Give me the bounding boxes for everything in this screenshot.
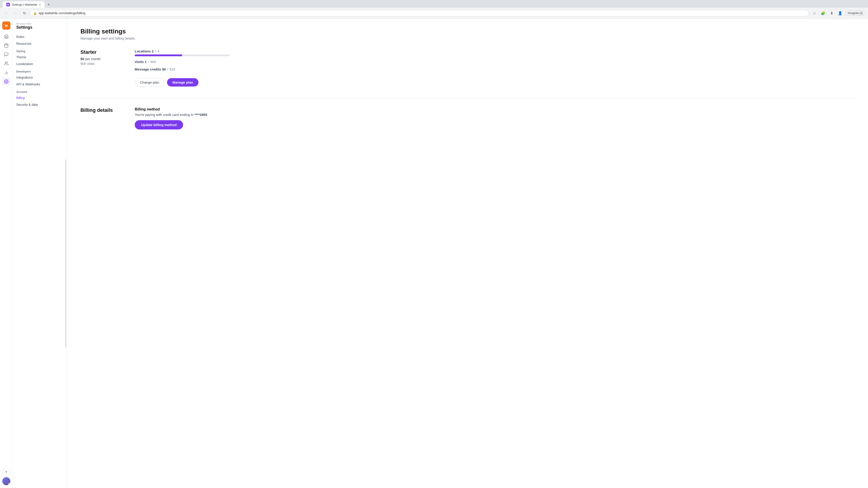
calendar-nav-icon[interactable] <box>2 41 10 50</box>
locations-separator: / <box>155 49 156 53</box>
message-credits-stat: Message credits $0 / $15 <box>135 67 855 71</box>
visits-stat: Visits 1 / 500 <box>135 60 855 64</box>
page-title: Billing settings <box>81 28 855 35</box>
settings-breadcrumb: Moodjoy7434 <box>16 22 32 25</box>
sidebar-item-integrations[interactable]: Integrations <box>13 74 67 81</box>
billing-method-card: ****2893 <box>194 113 207 117</box>
sidebar-section-styling: Styling <box>13 47 67 54</box>
tab-title: Settings | Waitwhile <box>12 3 37 6</box>
locations-total: 4 <box>157 49 159 53</box>
settings-title: Settings <box>16 25 32 30</box>
settings-brand: Moodjoy7434 Settings <box>13 22 67 33</box>
address-bar[interactable]: 🔒 app.waitwhile.com/settings/billing <box>30 10 809 16</box>
locations-progress-track <box>135 55 230 56</box>
locations-stat: Locations 2 / 4 <box>135 49 855 56</box>
app-container: M ? Moodjoy7434 <box>0 19 868 488</box>
main-content: Billing settings Manage your plan and bi… <box>67 19 868 488</box>
billing-method-title: Billing method <box>135 107 855 111</box>
address-text: app.waitwhile.com/settings/billing <box>39 11 806 15</box>
update-billing-method-button[interactable]: Update billing method <box>135 120 183 129</box>
visits-separator: / <box>148 60 150 64</box>
message-credits-separator: / <box>167 67 169 71</box>
icon-sidebar: M ? <box>0 19 13 488</box>
plan-price-amount: $0 <box>81 57 84 61</box>
lock-icon: 🔒 <box>33 11 37 15</box>
bookmark-button[interactable]: ☆ <box>811 9 818 17</box>
sidebar-item-localization[interactable]: Localization <box>13 61 67 67</box>
billing-method-desc: You're paying with credit card ending in… <box>135 113 855 117</box>
sidebar-section-account: Account <box>13 88 67 94</box>
locations-progress-fill <box>135 55 182 56</box>
plan-details: Locations 2 / 4 Visits 1 / <box>135 49 855 87</box>
plan-price: $0 per month <box>81 57 121 61</box>
home-nav-icon[interactable] <box>2 32 10 40</box>
plan-buttons: Change plan Manage plan <box>135 78 855 87</box>
plan-info: Starter $0 per month 500 visits <box>81 49 121 66</box>
settings-nav-icon[interactable] <box>2 77 10 86</box>
download-button[interactable]: ⬇ <box>828 9 835 17</box>
sidebar-item-roles[interactable]: Roles <box>13 33 67 40</box>
locations-label-text: Locations <box>135 49 151 53</box>
browser-titlebar: M Settings | Waitwhile × + <box>0 0 868 8</box>
message-credits-label: Message credits $0 / $15 <box>135 67 855 71</box>
profile-button[interactable]: 👤 <box>837 9 844 17</box>
sidebar-section-developers: Developers <box>13 67 67 74</box>
tab-close-button[interactable]: × <box>39 3 41 6</box>
plan-name: Starter <box>81 49 121 55</box>
message-credits-label-text: Message credits <box>135 67 161 71</box>
new-tab-button[interactable]: + <box>45 1 52 8</box>
icon-sidebar-bottom: ? <box>2 468 10 485</box>
plan-price-suffix: per month <box>85 57 101 61</box>
settings-sidebar: Moodjoy7434 Settings Roles Resources Sty… <box>13 19 67 488</box>
tab-favicon: M <box>6 3 10 6</box>
chat-nav-icon[interactable] <box>2 51 10 59</box>
sidebar-item-resources[interactable]: Resources <box>13 40 67 47</box>
sidebar-item-api-webhooks[interactable]: API & Webhooks <box>13 81 67 88</box>
back-button[interactable]: ← <box>3 9 10 17</box>
browser-tab[interactable]: M Settings | Waitwhile × <box>3 1 44 8</box>
change-plan-button[interactable]: Change plan <box>135 78 164 87</box>
manage-plan-button[interactable]: Manage plan <box>167 78 198 87</box>
locations-current: 2 <box>152 49 153 53</box>
nav-actions: ☆ 🧩 ⬇ 👤 Incognito (2) <box>811 9 865 17</box>
visits-label: Visits 1 / 500 <box>135 60 855 64</box>
svg-point-4 <box>5 62 6 64</box>
message-credits-current: $0 <box>162 67 166 71</box>
billing-details-section: Billing details Billing method You're pa… <box>81 107 855 129</box>
sidebar-item-security-data[interactable]: Security & data <box>13 101 67 108</box>
locations-label: Locations 2 / 4 <box>135 49 855 53</box>
forward-button[interactable]: → <box>12 9 19 17</box>
browser-nav: ← → ↻ 🔒 app.waitwhile.com/settings/billi… <box>0 8 868 19</box>
user-avatar[interactable] <box>2 477 10 485</box>
refresh-button[interactable]: ↻ <box>21 9 28 17</box>
billing-details-label: Billing details <box>81 107 121 129</box>
svg-point-8 <box>6 81 7 82</box>
sidebar-item-billing[interactable]: Billing <box>13 94 67 101</box>
svg-rect-0 <box>4 44 8 47</box>
plan-section: Starter $0 per month 500 visits Location… <box>81 49 855 87</box>
visits-current: 1 <box>145 60 147 64</box>
message-credits-total: $15 <box>169 67 175 71</box>
user-online-dot <box>8 483 10 485</box>
help-icon[interactable]: ? <box>2 468 10 476</box>
incognito-badge[interactable]: Incognito (2) <box>845 11 865 15</box>
visits-total: 500 <box>150 60 156 64</box>
people-nav-icon[interactable] <box>2 59 10 68</box>
browser-chrome: M Settings | Waitwhile × + ← → ↻ 🔒 app.w… <box>0 0 868 19</box>
billing-method-desc-prefix: You're paying with credit card ending in <box>135 113 193 117</box>
extensions-button[interactable]: 🧩 <box>819 9 827 17</box>
section-divider <box>81 98 855 98</box>
billing-method-content: Billing method You're paying with credit… <box>135 107 855 129</box>
chart-nav-icon[interactable] <box>2 68 10 76</box>
page-subtitle: Manage your plan and billing details. <box>81 36 855 40</box>
visits-label-text: Visits <box>135 60 144 64</box>
brand-avatar[interactable]: M <box>2 22 10 30</box>
sidebar-item-theme[interactable]: Theme <box>13 54 67 61</box>
plan-visits: 500 visits <box>81 62 121 66</box>
sidebar-scrollbar <box>65 160 66 347</box>
